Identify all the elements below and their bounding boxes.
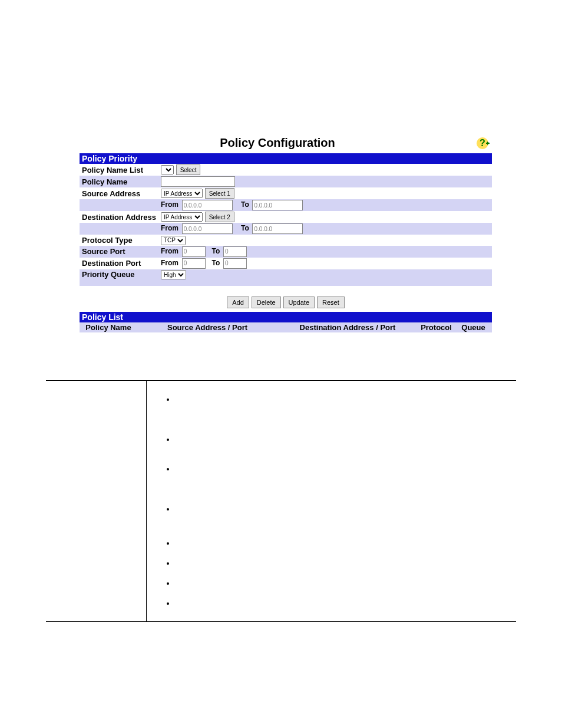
policy-name-list-select[interactable] bbox=[161, 165, 174, 174]
priority-queue-select[interactable]: High bbox=[161, 270, 186, 279]
sport-from-label: From bbox=[161, 247, 178, 255]
col-source: Source Address / Port bbox=[137, 322, 277, 332]
panel-title-row: Policy Configuration ? bbox=[80, 133, 492, 153]
description-table bbox=[46, 380, 516, 622]
description-right-cell bbox=[147, 381, 517, 622]
reset-button[interactable]: Reset bbox=[317, 297, 345, 308]
policy-list-header-row: Policy Name Source Address / Port Destin… bbox=[80, 322, 492, 332]
select-button[interactable]: Select bbox=[176, 164, 201, 175]
select-1-button[interactable]: Select 1 bbox=[205, 188, 234, 199]
bullet-5 bbox=[175, 539, 510, 547]
dst-to-ip[interactable] bbox=[252, 223, 303, 234]
bullet-7 bbox=[175, 579, 510, 587]
svg-marker-2 bbox=[487, 141, 490, 145]
row-destination-port: Destination Port From To bbox=[80, 258, 492, 269]
row-source-port: Source Port From To bbox=[80, 246, 492, 258]
row-protocol-type: Protocol Type TCP bbox=[80, 235, 492, 246]
svg-text:?: ? bbox=[480, 138, 485, 148]
row-source-address: Source Address IP Address Select 1 bbox=[80, 187, 492, 199]
description-bullet-list bbox=[153, 395, 510, 607]
dst-from-label: From bbox=[161, 224, 178, 232]
label-policy-name-list: Policy Name List bbox=[80, 164, 158, 176]
label-protocol-type: Protocol Type bbox=[80, 235, 158, 246]
dst-port-to[interactable] bbox=[223, 258, 247, 269]
bullet-2 bbox=[175, 435, 510, 443]
add-button[interactable]: Add bbox=[227, 297, 249, 308]
label-priority-queue: Priority Queue bbox=[80, 269, 158, 281]
select-2-button[interactable]: Select 2 bbox=[205, 212, 234, 222]
help-icon[interactable]: ? bbox=[475, 136, 490, 150]
dst-to-label: To bbox=[241, 224, 249, 232]
sport-to-label: To bbox=[211, 247, 220, 255]
src-from-ip[interactable] bbox=[182, 200, 233, 210]
bullet-3 bbox=[175, 465, 510, 473]
label-destination-port: Destination Port bbox=[80, 258, 158, 269]
row-policy-name-list: Policy Name List Select bbox=[80, 164, 492, 176]
row-priority-queue: Priority Queue High bbox=[80, 269, 492, 281]
row-destination-address: Destination Address IP Address Select 2 bbox=[80, 211, 492, 223]
protocol-type-select[interactable]: TCP bbox=[161, 236, 186, 245]
update-button[interactable]: Update bbox=[283, 297, 315, 308]
source-address-type-select[interactable]: IP Address bbox=[161, 189, 203, 198]
bullet-8 bbox=[175, 599, 510, 607]
action-button-row: Add Delete Update Reset bbox=[80, 286, 492, 312]
panel-title: Policy Configuration bbox=[80, 133, 475, 153]
policy-list-header: Policy List bbox=[80, 312, 492, 322]
src-port-to[interactable] bbox=[223, 246, 247, 257]
policy-priority-header: Policy Priority bbox=[80, 153, 492, 164]
col-policy-name: Policy Name bbox=[80, 322, 137, 332]
policy-name-input[interactable] bbox=[161, 176, 235, 187]
row-source-address-range: From To bbox=[80, 199, 492, 211]
delete-button[interactable]: Delete bbox=[252, 297, 281, 308]
src-from-label: From bbox=[161, 200, 178, 209]
label-destination-address: Destination Address bbox=[80, 211, 158, 223]
destination-address-type-select[interactable]: IP Address bbox=[161, 212, 203, 222]
label-source-address: Source Address bbox=[80, 187, 158, 199]
dport-from-label: From bbox=[161, 259, 178, 267]
col-destination: Destination Address / Port bbox=[277, 322, 418, 332]
dport-to-label: To bbox=[211, 259, 220, 267]
description-left-cell bbox=[46, 381, 147, 622]
row-spacer bbox=[80, 280, 492, 286]
bullet-4 bbox=[175, 505, 510, 513]
row-destination-address-range: From To bbox=[80, 223, 492, 235]
policy-form: Policy Name List Select Policy Name Sour… bbox=[80, 164, 492, 286]
policy-config-panel: Policy Configuration ? Policy Priority P… bbox=[80, 133, 492, 332]
src-port-from[interactable] bbox=[182, 246, 206, 257]
bullet-6 bbox=[175, 559, 510, 567]
col-queue: Queue bbox=[455, 322, 492, 332]
row-policy-name: Policy Name bbox=[80, 176, 492, 187]
dst-from-ip[interactable] bbox=[182, 223, 233, 234]
label-source-port: Source Port bbox=[80, 246, 158, 258]
src-to-label: To bbox=[241, 200, 249, 209]
label-policy-name: Policy Name bbox=[80, 176, 158, 187]
col-protocol: Protocol bbox=[418, 322, 455, 332]
dst-port-from[interactable] bbox=[182, 258, 206, 269]
policy-list-table: Policy Name Source Address / Port Destin… bbox=[80, 322, 492, 332]
bullet-1 bbox=[175, 395, 510, 403]
src-to-ip[interactable] bbox=[252, 200, 303, 210]
